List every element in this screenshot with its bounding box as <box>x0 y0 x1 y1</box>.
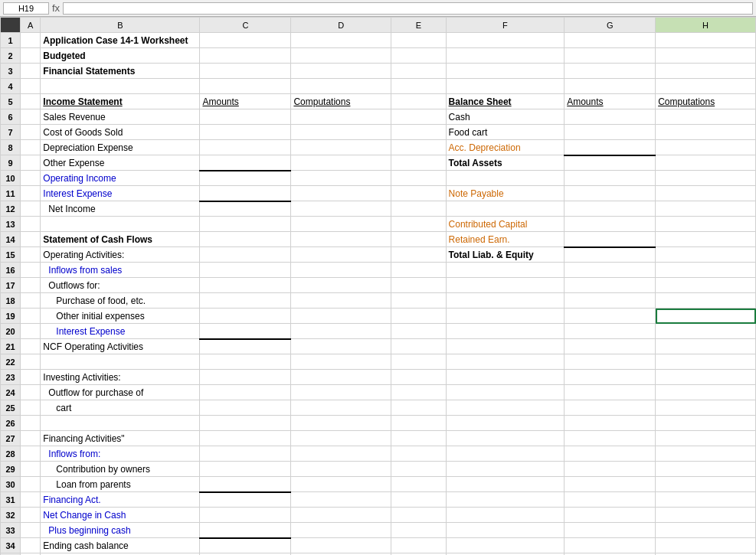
cell-d-11[interactable] <box>291 186 391 201</box>
cell-e-11[interactable] <box>391 186 446 201</box>
cell-c-21[interactable] <box>200 339 291 354</box>
cell-c-18[interactable] <box>200 293 291 309</box>
row-header[interactable]: 9 <box>1 155 21 171</box>
cell-h-12[interactable] <box>656 201 756 217</box>
cell-f-28[interactable] <box>446 446 565 462</box>
row-header[interactable]: 13 <box>1 217 21 232</box>
cell-h-5[interactable]: Computations <box>656 94 756 109</box>
col-header-e[interactable]: E <box>391 18 446 33</box>
cell-g-5[interactable]: Amounts <box>565 94 656 109</box>
cell-c-30[interactable] <box>200 477 291 492</box>
cell-h-1[interactable] <box>656 33 756 48</box>
row-header[interactable]: 34 <box>1 538 21 553</box>
cell-g-32[interactable] <box>565 508 656 523</box>
cell-g-24[interactable] <box>565 385 656 400</box>
cell-e-26[interactable] <box>391 416 446 431</box>
row-header[interactable]: 21 <box>1 339 21 354</box>
row-header[interactable]: 24 <box>1 385 21 400</box>
cell-a-12[interactable] <box>21 201 41 217</box>
cell-b-16[interactable]: Inflows from sales <box>41 263 200 278</box>
col-header-g[interactable]: G <box>565 18 656 33</box>
cell-c-17[interactable] <box>200 278 291 293</box>
row-header[interactable]: 16 <box>1 263 21 278</box>
cell-a-25[interactable] <box>21 400 41 416</box>
cell-g-10[interactable] <box>565 171 656 186</box>
cell-h-16[interactable] <box>656 263 756 278</box>
row-header[interactable]: 6 <box>1 109 21 125</box>
cell-h-20[interactable] <box>656 324 756 339</box>
cell-g-25[interactable] <box>565 400 656 416</box>
row-header[interactable]: 8 <box>1 140 21 155</box>
cell-e-6[interactable] <box>391 109 446 125</box>
cell-f-33[interactable] <box>446 523 565 538</box>
cell-b-9[interactable]: Other Expense <box>41 155 200 171</box>
cell-h-30[interactable] <box>656 477 756 492</box>
cell-f-13[interactable]: Contributed Capital <box>446 217 565 232</box>
cell-g-9[interactable] <box>565 155 656 171</box>
cell-e-16[interactable] <box>391 263 446 278</box>
cell-d-6[interactable] <box>291 109 391 125</box>
cell-b-11[interactable]: Interest Expense <box>41 186 200 201</box>
row-header[interactable]: 28 <box>1 446 21 462</box>
cell-d-21[interactable] <box>291 339 391 354</box>
cell-g-28[interactable] <box>565 446 656 462</box>
cell-a-5[interactable] <box>21 94 41 109</box>
row-header[interactable]: 18 <box>1 293 21 309</box>
cell-h-17[interactable] <box>656 278 756 293</box>
cell-c-25[interactable] <box>200 400 291 416</box>
cell-b-10[interactable]: Operating Income <box>41 171 200 186</box>
row-header[interactable]: 26 <box>1 416 21 431</box>
row-header[interactable]: 29 <box>1 462 21 477</box>
cell-b-24[interactable]: Outflow for purchase of <box>41 385 200 400</box>
cell-h-7[interactable] <box>656 125 756 140</box>
cell-d-24[interactable] <box>291 385 391 400</box>
cell-b-26[interactable] <box>41 416 200 431</box>
cell-g-11[interactable] <box>565 186 656 201</box>
row-header[interactable]: 33 <box>1 523 21 538</box>
cell-e-29[interactable] <box>391 462 446 477</box>
cell-f-24[interactable] <box>446 385 565 400</box>
cell-f-8[interactable]: Acc. Depreciation <box>446 140 565 155</box>
cell-c-8[interactable] <box>200 140 291 155</box>
cell-g-18[interactable] <box>565 293 656 309</box>
cell-h-8[interactable] <box>656 140 756 155</box>
cell-b-22[interactable] <box>41 354 200 370</box>
cell-d-27[interactable] <box>291 431 391 446</box>
cell-c-13[interactable] <box>200 217 291 232</box>
cell-h-3[interactable] <box>656 64 756 79</box>
cell-d-22[interactable] <box>291 354 391 370</box>
cell-d-26[interactable] <box>291 416 391 431</box>
cell-e-27[interactable] <box>391 431 446 446</box>
cell-a-32[interactable] <box>21 508 41 523</box>
cell-c-12[interactable] <box>200 201 291 217</box>
cell-f-1[interactable] <box>446 33 565 48</box>
cell-g-8[interactable] <box>565 140 656 155</box>
row-header[interactable]: 30 <box>1 477 21 492</box>
cell-f-20[interactable] <box>446 324 565 339</box>
cell-c-19[interactable] <box>200 309 291 324</box>
cell-e-28[interactable] <box>391 446 446 462</box>
cell-a-13[interactable] <box>21 217 41 232</box>
cell-d-25[interactable] <box>291 400 391 416</box>
cell-d-8[interactable] <box>291 140 391 155</box>
cell-e-2[interactable] <box>391 48 446 64</box>
cell-d-13[interactable] <box>291 217 391 232</box>
cell-b-20[interactable]: Interest Expense <box>41 324 200 339</box>
cell-f-21[interactable] <box>446 339 565 354</box>
cell-a-10[interactable] <box>21 171 41 186</box>
cell-a-18[interactable] <box>21 293 41 309</box>
cell-h-22[interactable] <box>656 354 756 370</box>
cell-f-2[interactable] <box>446 48 565 64</box>
cell-e-12[interactable] <box>391 201 446 217</box>
cell-c-9[interactable] <box>200 155 291 171</box>
cell-a-21[interactable] <box>21 339 41 354</box>
cell-c-10[interactable] <box>200 171 291 186</box>
cell-d-32[interactable] <box>291 508 391 523</box>
cell-h-18[interactable] <box>656 293 756 309</box>
cell-c-33[interactable] <box>200 523 291 538</box>
cell-e-7[interactable] <box>391 125 446 140</box>
cell-b-2[interactable]: Budgeted <box>41 48 200 64</box>
cell-d-17[interactable] <box>291 278 391 293</box>
cell-c-22[interactable] <box>200 354 291 370</box>
cell-b-7[interactable]: Cost of Goods Sold <box>41 125 200 140</box>
